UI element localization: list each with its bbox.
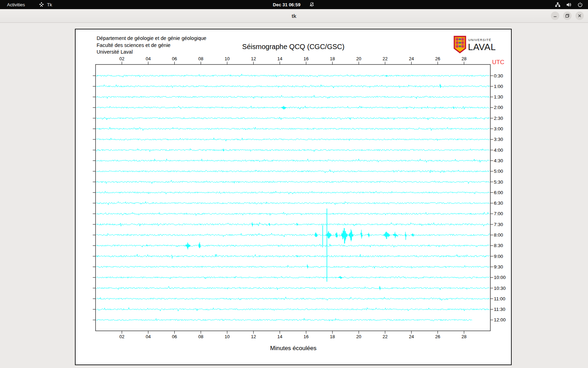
x-tick-label-bottom: 24 xyxy=(409,334,414,339)
plot-title: Séismographe QCQ (CGC/GSC) xyxy=(76,43,511,51)
window-title: tk xyxy=(292,13,296,19)
trace-row xyxy=(96,222,490,226)
trace-row xyxy=(96,202,490,205)
maximize-button[interactable] xyxy=(563,12,572,20)
laval-shield-icon xyxy=(454,36,465,53)
row-time-label: 2:00 xyxy=(494,105,503,110)
row-time-label: 0:30 xyxy=(494,73,503,79)
gnome-top-bar: Activities Tk Dec 31 06:59 xyxy=(0,0,588,9)
row-time-label: 9:00 xyxy=(494,254,503,259)
app-name: Tk xyxy=(47,2,52,7)
row-time-label: 3:30 xyxy=(494,137,503,142)
trace-row xyxy=(96,106,490,110)
trace-row xyxy=(96,228,490,244)
x-tick-label-bottom: 08 xyxy=(198,334,203,339)
row-time-label: 12:00 xyxy=(494,317,506,322)
row-time-label: 4:30 xyxy=(494,158,503,163)
trace-row xyxy=(96,286,490,290)
x-tick-label-top: 20 xyxy=(356,56,361,61)
x-tick-label-bottom: 18 xyxy=(330,334,335,339)
x-tick-label-bottom: 12 xyxy=(251,334,256,339)
row-time-label: 7:00 xyxy=(494,211,503,216)
x-tick-label-top: 18 xyxy=(330,56,335,61)
x-tick-label-bottom: 26 xyxy=(435,334,440,339)
x-tick-label-bottom: 04 xyxy=(146,334,150,339)
x-tick-label-top: 02 xyxy=(119,56,124,61)
trace-row xyxy=(96,180,490,184)
trace-row xyxy=(96,74,490,77)
seismograph-canvas: 0202040406060808101012121414161618182020… xyxy=(75,29,512,365)
x-tick-label-top: 12 xyxy=(251,56,256,61)
trace-row xyxy=(96,212,490,215)
row-time-label: 5:00 xyxy=(494,169,503,174)
minimize-button[interactable] xyxy=(551,12,559,20)
row-time-label: 5:30 xyxy=(494,179,503,185)
close-button[interactable] xyxy=(575,12,584,20)
x-tick-label-bottom: 20 xyxy=(356,334,361,339)
trace-row xyxy=(96,117,490,120)
x-tick-label-bottom: 02 xyxy=(119,334,124,339)
trace-row xyxy=(96,127,490,131)
trace-row xyxy=(96,84,490,88)
tk-app-icon xyxy=(38,1,44,8)
x-tick-label-top: 26 xyxy=(435,56,440,61)
x-tick-label-bottom: 16 xyxy=(303,334,308,339)
row-time-label: 10:30 xyxy=(494,286,506,291)
row-time-label: 4:00 xyxy=(494,148,503,153)
x-tick-label-top: 08 xyxy=(198,56,203,61)
trace-row xyxy=(96,149,490,152)
notifications-off-icon[interactable] xyxy=(309,1,315,8)
trace-row xyxy=(96,159,490,162)
x-axis-title: Minutes écoulées xyxy=(76,345,511,352)
row-time-label: 6:30 xyxy=(494,200,503,206)
row-time-label: 9:30 xyxy=(494,264,503,270)
trace-row xyxy=(96,297,490,300)
row-time-label: 10:00 xyxy=(494,275,506,280)
row-time-label: 7:30 xyxy=(494,222,503,227)
logo-line-1: UNIVERSITÉ xyxy=(468,38,491,42)
x-tick-label-bottom: 14 xyxy=(277,334,282,339)
x-tick-label-top: 14 xyxy=(277,56,282,61)
trace-row xyxy=(96,276,490,279)
app-menu[interactable]: Tk xyxy=(38,1,52,8)
row-time-label: 6:00 xyxy=(494,190,503,195)
volume-icon[interactable] xyxy=(566,1,572,8)
row-time-label: 8:30 xyxy=(494,243,503,248)
x-tick-label-top: 16 xyxy=(303,56,308,61)
x-tick-label-top: 28 xyxy=(462,56,467,61)
trace-row xyxy=(96,95,490,99)
trace-row xyxy=(96,318,472,321)
trace-row xyxy=(96,265,490,268)
window-content: 0202040406060808101012121414161618182020… xyxy=(0,23,588,368)
trace-row xyxy=(96,308,490,311)
trace-row xyxy=(96,242,490,250)
activities-button[interactable]: Activities xyxy=(6,2,26,7)
header-line-1: Département de géologie et de génie géol… xyxy=(97,35,206,42)
row-time-label: 1:30 xyxy=(494,94,503,100)
x-tick-label-bottom: 22 xyxy=(383,334,387,339)
row-time-label: 11:00 xyxy=(494,296,505,301)
window-titlebar: tk xyxy=(0,9,588,23)
trace-row xyxy=(96,138,490,141)
logo-line-2: LAVAL xyxy=(468,42,496,52)
x-tick-label-top: 10 xyxy=(225,56,230,61)
x-tick-label-top: 24 xyxy=(409,56,414,61)
x-tick-label-bottom: 10 xyxy=(225,334,230,339)
x-tick-label-top: 04 xyxy=(146,56,150,61)
x-tick-label-bottom: 06 xyxy=(172,334,177,339)
plot-box xyxy=(96,64,490,331)
trace-row xyxy=(96,191,490,194)
row-time-label: 2:30 xyxy=(494,116,503,121)
x-tick-label-bottom: 28 xyxy=(462,334,467,339)
power-icon[interactable] xyxy=(577,1,583,8)
utc-label: UTC xyxy=(492,59,504,66)
laval-logo: UNIVERSITÉ LAVAL xyxy=(454,36,499,55)
network-wired-icon[interactable] xyxy=(554,1,561,8)
x-tick-label-top: 06 xyxy=(172,56,177,61)
trace-row xyxy=(96,170,490,173)
row-time-label: 1:00 xyxy=(494,84,503,89)
seismogram-plot: 0202040406060808101012121414161618182020… xyxy=(76,29,511,364)
row-time-label: 11:30 xyxy=(494,307,505,312)
clock[interactable]: Dec 31 06:59 xyxy=(273,2,301,7)
trace-row xyxy=(96,254,490,259)
